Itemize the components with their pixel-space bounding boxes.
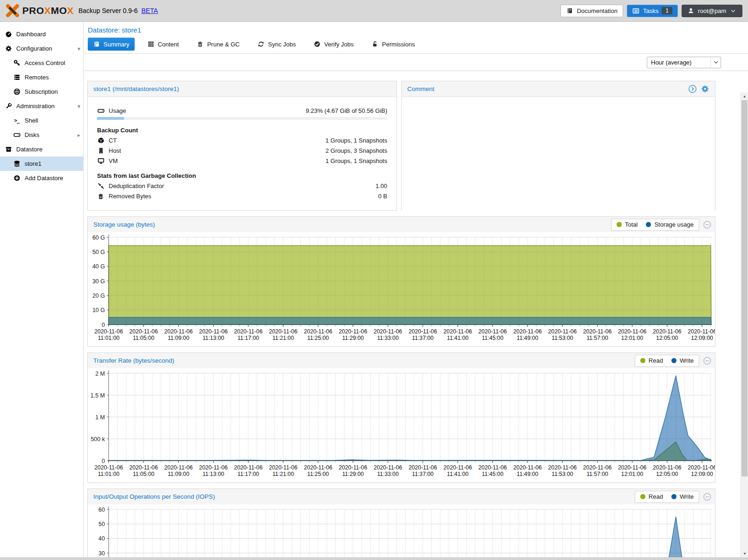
host-row: Host 2 Groups, 3 Snapshots: [97, 146, 387, 155]
svg-text:2020-11-06: 2020-11-06: [688, 328, 715, 335]
svg-text:2020-11-06: 2020-11-06: [94, 464, 123, 471]
book-icon: [93, 40, 100, 48]
collapse-caret-icon[interactable]: ▾: [78, 103, 80, 110]
svg-text:11:49:00: 11:49:00: [517, 471, 539, 477]
legend-item-write[interactable]: Write: [671, 493, 694, 500]
datastore-summary-panel: store1 (/mnt/datastores/store1) Usage 9.…: [87, 81, 397, 211]
minus-circle-icon[interactable]: [703, 221, 711, 229]
tab-permissions[interactable]: Permissions: [366, 38, 420, 51]
svg-text:11:09:00: 11:09:00: [168, 335, 189, 341]
legend-item-storage-usage[interactable]: Storage usage: [646, 221, 694, 228]
tab-summary[interactable]: Summary: [88, 38, 135, 51]
legend-dot: [646, 222, 651, 227]
svg-text:12:05:00: 12:05:00: [656, 335, 678, 341]
sidebar-item-shell[interactable]: >_ Shell: [0, 113, 83, 128]
svg-text:2 M: 2 M: [95, 371, 105, 377]
svg-text:11:53:00: 11:53:00: [552, 335, 573, 341]
collapse-caret-icon[interactable]: ▾: [78, 46, 80, 52]
plus-circle-icon: [13, 175, 20, 182]
legend-dot: [671, 358, 676, 363]
timeframe-select[interactable]: Hour (average): [647, 57, 721, 68]
user-menu-button[interactable]: root@pam: [682, 5, 742, 17]
legend-dot: [617, 222, 622, 227]
svg-text:11:05:00: 11:05:00: [133, 335, 155, 341]
sidebar-item-subscription[interactable]: Subscription: [0, 85, 83, 99]
expand-caret-icon[interactable]: ▸: [78, 132, 80, 138]
svg-text:30: 30: [98, 550, 105, 557]
sidebar-item-disks[interactable]: Disks ▸: [0, 128, 83, 142]
svg-text:11:53:00: 11:53:00: [552, 471, 573, 477]
svg-text:2020-11-06: 2020-11-06: [583, 464, 612, 471]
hdd-icon: [97, 107, 104, 115]
svg-text:2020-11-06: 2020-11-06: [618, 464, 647, 471]
sidebar-item-dashboard[interactable]: Dashboard: [0, 27, 83, 41]
chart-title: Transfer Rate (bytes/second): [93, 357, 174, 364]
legend-item-read[interactable]: Read: [640, 357, 663, 364]
gears-icon: [5, 45, 12, 52]
sidebar-item-datastore[interactable]: Datastore: [0, 142, 83, 156]
svg-text:50: 50: [98, 521, 105, 527]
svg-text:40 G: 40 G: [92, 263, 105, 270]
proxmox-x-logo-icon: [6, 4, 20, 18]
sidebar-item-access-control[interactable]: Access Control: [0, 56, 83, 70]
archive-icon: [5, 146, 12, 153]
tab-sync-jobs[interactable]: Sync Jobs: [252, 38, 301, 51]
svg-text:2020-11-06: 2020-11-06: [478, 328, 507, 335]
trash-icon: [97, 193, 104, 200]
svg-text:11:41:00: 11:41:00: [447, 335, 469, 341]
unlock-icon: [371, 40, 379, 48]
scroll-up-button[interactable]: ▲: [741, 92, 748, 100]
tab-verify-jobs[interactable]: Verify Jobs: [308, 38, 359, 51]
svg-text:2020-11-06: 2020-11-06: [409, 328, 437, 335]
lifering-icon: [13, 88, 20, 96]
sidebar-item-configuration[interactable]: Configuration ▾: [0, 41, 83, 56]
monitor-icon: [97, 157, 104, 165]
vm-row: VM 1 Groups, 1 Snapshots: [97, 156, 387, 165]
legend-item-read[interactable]: Read: [640, 493, 663, 500]
minus-circle-icon[interactable]: [703, 493, 711, 501]
sidebar-item-add-datastore[interactable]: Add Datastore: [0, 171, 83, 185]
svg-text:11:37:00: 11:37:00: [412, 471, 434, 477]
comment-body[interactable]: [402, 97, 715, 211]
tab-content[interactable]: Content: [142, 38, 184, 51]
usage-progress-bar: [97, 117, 387, 120]
tab-bar: Summary Content Prune & GC Sync Jobs Ver…: [84, 37, 748, 54]
gear-icon[interactable]: [701, 85, 709, 93]
trash-icon: [196, 40, 204, 48]
tab-prune-gc[interactable]: Prune & GC: [191, 38, 245, 51]
book-icon: [566, 7, 573, 14]
svg-text:11:45:00: 11:45:00: [482, 471, 504, 477]
vertical-scrollbar[interactable]: ▲ ▼: [741, 92, 748, 560]
svg-text:2020-11-06: 2020-11-06: [653, 328, 682, 335]
sidebar-item-administration[interactable]: Administration ▾: [0, 99, 83, 113]
svg-text:2020-11-06: 2020-11-06: [164, 464, 193, 471]
sidebar-item-store1[interactable]: store1: [0, 156, 83, 171]
svg-text:50 G: 50 G: [92, 249, 105, 255]
transfer-rate-chart: 0500 k1 M1.5 M2 M2020-11-0611:01:002020-…: [88, 368, 715, 483]
minus-circle-icon[interactable]: [703, 357, 711, 365]
task-list-icon: [632, 7, 640, 14]
tasks-button[interactable]: Tasks 1: [627, 5, 678, 17]
legend-item-total[interactable]: Total: [617, 221, 637, 228]
documentation-button[interactable]: Documentation: [560, 5, 623, 17]
ct-row: CT 1 Groups, 1 Snapshots: [97, 136, 387, 145]
svg-text:11:45:00: 11:45:00: [482, 335, 504, 341]
panel-title: store1 (/mnt/datastores/store1): [93, 85, 179, 92]
beta-link[interactable]: BETA: [142, 7, 158, 14]
svg-text:2020-11-06: 2020-11-06: [129, 328, 158, 335]
iops-chart-panel: Input/Output Operations per Second (IOPS…: [87, 488, 715, 560]
circle-arrow-right-icon[interactable]: [688, 85, 697, 93]
svg-text:2020-11-06: 2020-11-06: [94, 328, 123, 335]
svg-text:2020-11-06: 2020-11-06: [548, 328, 577, 335]
storage-usage-chart: 010 G20 G30 G40 G50 G60 G2020-11-0611:01…: [88, 232, 715, 347]
svg-text:0: 0: [102, 322, 105, 328]
sidebar-item-remotes[interactable]: Remotes: [0, 70, 83, 85]
legend-dot: [671, 494, 676, 499]
legend-item-write[interactable]: Write: [671, 357, 694, 364]
svg-text:11:17:00: 11:17:00: [237, 335, 259, 341]
svg-text:2020-11-06: 2020-11-06: [199, 464, 228, 471]
scrollbar-thumb[interactable]: [741, 100, 748, 476]
svg-text:2020-11-06: 2020-11-06: [269, 464, 298, 471]
scroll-down-button[interactable]: ▼: [741, 550, 748, 557]
svg-text:2020-11-06: 2020-11-06: [409, 464, 437, 471]
